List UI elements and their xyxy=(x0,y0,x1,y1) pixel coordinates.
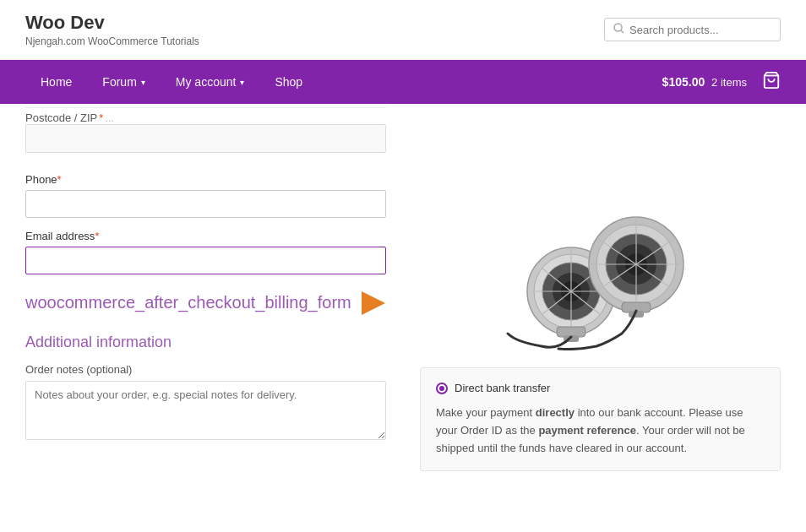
additional-info-section: Additional information Order notes (opti… xyxy=(25,334,386,442)
checkout-right: Direct bank transfer Make your payment d… xyxy=(420,165,781,471)
product-image-area xyxy=(420,173,781,359)
product-speakers-image xyxy=(499,190,702,350)
svg-point-0 xyxy=(614,24,622,31)
phone-required: * xyxy=(57,173,62,186)
forum-dropdown-arrow: ▾ xyxy=(141,78,145,87)
additional-info-title: Additional information xyxy=(25,334,386,351)
main-content: Phone* Email address* woocommerce_after_… xyxy=(0,165,806,471)
form-top-left: Postcode / ZIP * … xyxy=(25,107,386,165)
account-dropdown-arrow: ▾ xyxy=(240,78,244,87)
site-title: Woo Dev xyxy=(25,12,199,34)
email-label: Email address* xyxy=(25,230,386,242)
search-form[interactable] xyxy=(604,18,781,41)
cart-icon[interactable] xyxy=(762,71,781,94)
nav-left: Home Forum ▾ My account ▾ Shop xyxy=(25,62,318,102)
cart-total: $105.00 2 items xyxy=(662,75,747,89)
checkout-form: Phone* Email address* woocommerce_after_… xyxy=(25,165,386,471)
email-required: * xyxy=(95,230,99,242)
payment-method-label: Direct bank transfer xyxy=(455,382,550,394)
order-notes-textarea[interactable] xyxy=(25,381,386,440)
postcode-row: Postcode / ZIP * … xyxy=(25,107,386,153)
postcode-partial-reveal: … xyxy=(105,113,114,123)
nav-right: $105.00 2 items xyxy=(662,71,781,94)
payment-box: Direct bank transfer Make your payment d… xyxy=(420,367,781,471)
payment-radio[interactable] xyxy=(436,383,448,394)
hook-arrow-icon xyxy=(362,291,385,315)
phone-field-row: Phone* xyxy=(25,173,386,218)
payment-description-text: Make your payment directly into our bank… xyxy=(436,406,745,454)
hook-text: woocommerce_after_checkout_billing_form xyxy=(25,293,351,312)
site-branding: Woo Dev Njengah.com WooCommerce Tutorial… xyxy=(25,12,199,47)
nav-my-account[interactable]: My account ▾ xyxy=(161,62,260,102)
postcode-input-stub xyxy=(25,124,386,153)
site-tagline: Njengah.com WooCommerce Tutorials xyxy=(25,35,199,47)
payment-method-row: Direct bank transfer xyxy=(436,382,765,394)
postcode-label: Postcode / ZIP * … xyxy=(25,111,386,124)
product-image-top xyxy=(420,107,781,165)
payment-description: Make your payment directly into our bank… xyxy=(436,404,765,457)
search-input[interactable] xyxy=(629,24,771,36)
search-icon xyxy=(613,23,624,36)
email-input[interactable] xyxy=(25,247,386,274)
form-top-reveal: Postcode / ZIP * … xyxy=(0,104,806,165)
svg-line-1 xyxy=(621,30,624,33)
postcode-required-star: * xyxy=(99,111,103,124)
nav-forum[interactable]: Forum ▾ xyxy=(87,62,160,102)
phone-input[interactable] xyxy=(25,190,386,218)
nav-shop[interactable]: Shop xyxy=(259,62,318,102)
nav-home[interactable]: Home xyxy=(25,62,87,102)
site-nav: Home Forum ▾ My account ▾ Shop $105.00 2… xyxy=(0,60,806,104)
order-notes-label: Order notes (optional) xyxy=(25,363,386,376)
hook-container: woocommerce_after_checkout_billing_form xyxy=(25,290,386,315)
email-field-row: Email address* xyxy=(25,230,386,274)
phone-label: Phone* xyxy=(25,173,386,186)
site-header: Woo Dev Njengah.com WooCommerce Tutorial… xyxy=(0,0,806,60)
